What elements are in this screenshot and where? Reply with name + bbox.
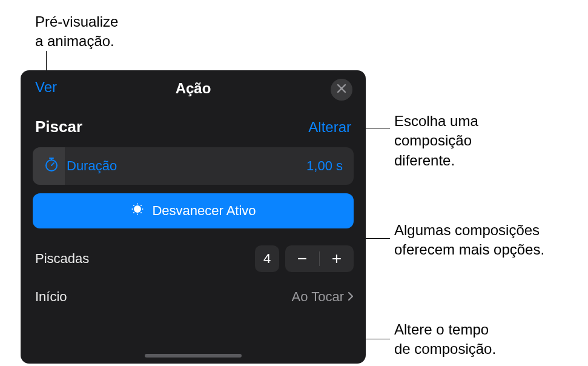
callout-build-timing: Altere o tempo de composição.: [394, 320, 496, 359]
svg-point-10: [140, 205, 142, 206]
minus-icon: −: [297, 249, 307, 268]
increment-button[interactable]: +: [320, 245, 354, 272]
duration-value: 1,00 s: [306, 158, 343, 174]
close-button[interactable]: [331, 79, 352, 101]
svg-point-5: [137, 204, 138, 205]
callout-change-build: Escolha uma composição diferente.: [394, 111, 478, 170]
fade-active-button[interactable]: Desvanecer Ativo: [33, 193, 354, 228]
decrement-button[interactable]: −: [285, 245, 319, 272]
callout-more-options: Algumas composições oferecem mais opções…: [394, 221, 544, 260]
home-indicator: [145, 354, 242, 358]
svg-point-9: [133, 205, 134, 206]
start-label: Início: [35, 289, 67, 305]
close-icon: [337, 84, 346, 96]
plus-icon: +: [332, 249, 342, 268]
blinks-row: Piscadas 4 − +: [21, 237, 366, 278]
stopwatch-icon: [44, 156, 59, 176]
svg-point-4: [134, 205, 141, 213]
svg-point-7: [132, 208, 133, 210]
panel-title: Ação: [176, 80, 211, 97]
svg-point-6: [137, 214, 138, 215]
action-panel: Ver Ação Piscar Alterar Duração 1,00 s: [21, 70, 366, 364]
callout-lead: [46, 51, 47, 70]
duration-control[interactable]: Duração 1,00 s: [33, 147, 354, 185]
fade-button-label: Desvanecer Ativo: [152, 203, 256, 219]
effect-row: Piscar Alterar: [21, 107, 366, 144]
panel-header: Ver Ação: [21, 70, 366, 107]
start-value: Ao Tocar: [292, 289, 344, 305]
chevron-right-icon: [348, 289, 354, 305]
svg-point-8: [142, 208, 144, 210]
preview-button[interactable]: Ver: [35, 79, 57, 96]
svg-point-12: [140, 212, 142, 213]
blinks-value: 4: [255, 245, 279, 272]
callout-lead: [366, 339, 390, 339]
duration-label: Duração: [67, 158, 117, 174]
svg-line-1: [51, 163, 54, 165]
callout-lead: [366, 128, 390, 128]
callout-lead: [366, 238, 390, 239]
effect-name: Piscar: [35, 118, 82, 136]
callout-preview: Pré-visualize a animação.: [35, 12, 118, 52]
blur-icon: [130, 202, 145, 220]
start-row[interactable]: Início Ao Tocar: [21, 278, 366, 312]
blinks-stepper: − +: [285, 245, 354, 272]
change-button[interactable]: Alterar: [308, 119, 351, 136]
blinks-label: Piscadas: [35, 251, 89, 267]
svg-point-11: [133, 212, 134, 213]
